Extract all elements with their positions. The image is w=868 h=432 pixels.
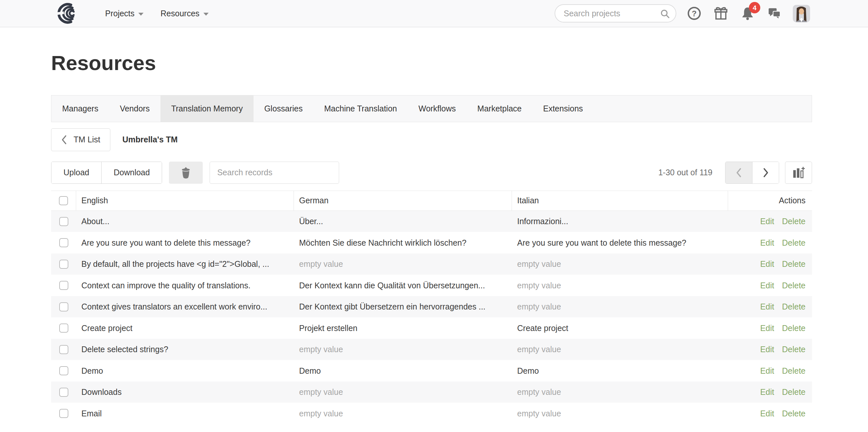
delete-link[interactable]: Delete bbox=[782, 302, 806, 312]
row-actions: EditDelete bbox=[728, 360, 812, 381]
cell-italian: Informazioni... bbox=[512, 211, 728, 232]
download-button[interactable]: Download bbox=[101, 162, 162, 183]
edit-link[interactable]: Edit bbox=[760, 323, 774, 333]
tab-managers[interactable]: Managers bbox=[52, 95, 109, 122]
edit-link[interactable]: Edit bbox=[760, 238, 774, 248]
edit-link[interactable]: Edit bbox=[760, 302, 774, 312]
cell-italian: Are you sure you want to delete this mes… bbox=[512, 232, 728, 254]
trash-icon bbox=[180, 166, 191, 179]
row-checkbox[interactable] bbox=[59, 366, 68, 375]
delete-link[interactable]: Delete bbox=[782, 238, 806, 248]
delete-link[interactable]: Delete bbox=[782, 259, 806, 269]
row-checkbox-cell bbox=[51, 403, 76, 424]
tab-translation-memory[interactable]: Translation Memory bbox=[160, 95, 253, 122]
tab-vendors[interactable]: Vendors bbox=[109, 95, 160, 122]
edit-link[interactable]: Edit bbox=[760, 409, 774, 418]
tab-glossaries[interactable]: Glossaries bbox=[253, 95, 313, 122]
tab-machine-translation[interactable]: Machine Translation bbox=[313, 95, 408, 122]
table-row: About...Über...Informazioni...EditDelete bbox=[51, 211, 812, 232]
row-checkbox[interactable] bbox=[59, 323, 68, 333]
cell-english: About... bbox=[76, 211, 294, 232]
records-search-input[interactable] bbox=[210, 162, 339, 184]
row-checkbox[interactable] bbox=[59, 388, 68, 397]
cell-german: empty value bbox=[294, 381, 512, 403]
delete-link[interactable]: Delete bbox=[782, 409, 806, 418]
delete-link[interactable]: Delete bbox=[782, 366, 806, 376]
row-checkbox[interactable] bbox=[59, 303, 68, 312]
row-actions: EditDelete bbox=[728, 232, 812, 254]
svg-text:?: ? bbox=[692, 9, 697, 18]
cell-german: Projekt erstellen bbox=[294, 317, 512, 339]
row-checkbox[interactable] bbox=[59, 238, 68, 247]
cell-english: Demo bbox=[76, 360, 294, 381]
cell-german: Demo bbox=[294, 360, 512, 381]
tab-marketplace[interactable]: Marketplace bbox=[467, 95, 532, 122]
prev-page-button[interactable] bbox=[725, 162, 752, 183]
delete-link[interactable]: Delete bbox=[782, 217, 806, 226]
projects-search bbox=[555, 4, 676, 23]
table-row: Delete selected strings?empty valueempty… bbox=[51, 339, 812, 360]
cell-italian: Demo bbox=[512, 360, 728, 381]
page-title: Resources bbox=[51, 50, 812, 76]
cell-italian: Create project bbox=[512, 317, 728, 339]
table-row: Downloadsempty valueempty valueEditDelet… bbox=[51, 381, 812, 403]
search-icon[interactable] bbox=[660, 9, 671, 19]
cell-english: Downloads bbox=[76, 381, 294, 403]
search-input[interactable] bbox=[564, 9, 661, 18]
edit-link[interactable]: Edit bbox=[760, 345, 774, 354]
cell-english: Context gives translators an excellent w… bbox=[76, 296, 294, 318]
messages-button[interactable] bbox=[766, 5, 783, 22]
chevron-right-icon bbox=[763, 168, 769, 178]
upload-button[interactable]: Upload bbox=[52, 162, 101, 183]
tab-workflows[interactable]: Workflows bbox=[408, 95, 467, 122]
row-actions: EditDelete bbox=[728, 211, 812, 232]
cell-german: empty value bbox=[294, 254, 512, 275]
row-actions: EditDelete bbox=[728, 339, 812, 360]
row-checkbox-cell bbox=[51, 317, 76, 339]
table-row: Emailempty valueempty valueEditDelete bbox=[51, 403, 812, 424]
menu-resources[interactable]: Resources bbox=[152, 0, 217, 27]
app-logo-icon[interactable] bbox=[53, 2, 83, 24]
column-header-actions: Actions bbox=[728, 191, 812, 210]
row-checkbox[interactable] bbox=[59, 260, 68, 269]
back-to-tm-list-button[interactable]: TM List bbox=[51, 128, 110, 151]
tm-toolbar: Upload Download 1-30 out of 119 bbox=[51, 162, 812, 184]
tab-extensions[interactable]: Extensions bbox=[532, 95, 594, 122]
row-checkbox[interactable] bbox=[59, 409, 68, 418]
row-checkbox[interactable] bbox=[59, 281, 68, 290]
header-checkbox-cell bbox=[51, 191, 76, 210]
edit-link[interactable]: Edit bbox=[760, 366, 774, 376]
delete-link[interactable]: Delete bbox=[782, 281, 806, 290]
row-checkbox-cell bbox=[51, 254, 76, 275]
delete-link[interactable]: Delete bbox=[782, 387, 806, 397]
edit-link[interactable]: Edit bbox=[760, 217, 774, 226]
cell-german: empty value bbox=[294, 403, 512, 424]
table-row: Are you sure you want to delete this mes… bbox=[51, 232, 812, 254]
next-page-button[interactable] bbox=[752, 162, 779, 183]
column-header-german: German bbox=[294, 191, 512, 210]
select-all-checkbox[interactable] bbox=[59, 196, 68, 205]
row-actions: EditDelete bbox=[728, 254, 812, 275]
row-checkbox[interactable] bbox=[59, 217, 68, 226]
column-settings-button[interactable] bbox=[785, 162, 812, 184]
row-checkbox[interactable] bbox=[59, 345, 68, 354]
column-header-english: English bbox=[76, 191, 294, 210]
delete-link[interactable]: Delete bbox=[782, 323, 806, 333]
row-checkbox-cell bbox=[51, 339, 76, 360]
menu-projects[interactable]: Projects bbox=[97, 0, 152, 27]
row-actions: EditDelete bbox=[728, 296, 812, 318]
help-button[interactable]: ? bbox=[685, 5, 703, 22]
edit-link[interactable]: Edit bbox=[760, 259, 774, 269]
row-actions: EditDelete bbox=[728, 381, 812, 403]
edit-link[interactable]: Edit bbox=[760, 281, 774, 290]
help-icon: ? bbox=[687, 6, 702, 21]
gift-button[interactable] bbox=[712, 5, 730, 22]
cell-english: Context can improve the quality of trans… bbox=[76, 275, 294, 296]
notifications-button[interactable]: 4 bbox=[739, 5, 756, 22]
user-avatar[interactable] bbox=[793, 5, 810, 22]
cell-german: empty value bbox=[294, 339, 512, 360]
delete-link[interactable]: Delete bbox=[782, 345, 806, 354]
edit-link[interactable]: Edit bbox=[760, 387, 774, 397]
delete-selected-button[interactable] bbox=[169, 162, 203, 184]
cell-italian: empty value bbox=[512, 403, 728, 424]
